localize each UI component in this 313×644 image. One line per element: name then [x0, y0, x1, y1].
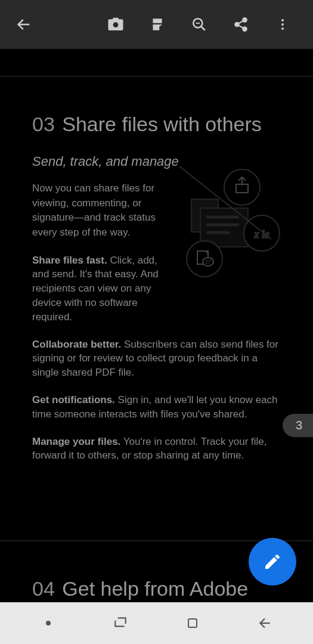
more-button[interactable]	[262, 10, 303, 39]
page-view-icon	[150, 17, 165, 32]
svg-point-10	[235, 23, 239, 27]
dot-icon	[45, 620, 51, 626]
nav-assistant[interactable]	[24, 611, 72, 635]
bullet-bold: Manage your files.	[32, 436, 120, 447]
nav-home[interactable]	[169, 611, 216, 635]
share-icon	[233, 17, 249, 32]
svg-point-30	[203, 258, 213, 266]
section-heading: 04 Get help from Adobe	[32, 577, 281, 600]
edit-fab[interactable]	[249, 538, 296, 586]
share-graphic: x le	[179, 166, 281, 286]
bullet-manage: Manage your files. You're in control. Tr…	[32, 435, 281, 463]
section-number: 03	[32, 113, 55, 135]
section-heading: 03 Share files with others	[32, 113, 281, 136]
top-app-bar	[0, 0, 313, 49]
bullet-bold: Share files fast.	[32, 255, 107, 266]
svg-rect-2	[153, 18, 162, 23]
more-vert-icon	[275, 17, 290, 32]
svg-point-15	[281, 23, 284, 26]
back-arrow-icon	[16, 16, 32, 33]
recents-icon	[113, 615, 128, 631]
camera-button[interactable]	[95, 10, 137, 39]
back-icon	[257, 615, 272, 631]
svg-point-9	[243, 18, 247, 22]
svg-text:x le: x le	[253, 228, 269, 240]
bullet-bold: Get notifications.	[32, 394, 115, 405]
svg-point-16	[281, 27, 284, 30]
bullet-bold: Collaborate better.	[32, 339, 121, 350]
search-button[interactable]	[178, 10, 220, 39]
section-title-text: Get help from Adobe	[62, 577, 248, 600]
svg-rect-3	[153, 24, 159, 30]
svg-line-13	[238, 26, 243, 28]
nav-recents[interactable]	[97, 611, 144, 635]
bullet-collaborate: Collaborate better. Subscribers can also…	[32, 338, 281, 380]
svg-line-12	[238, 21, 243, 23]
share-illustration-icon: x le	[179, 166, 281, 286]
section-number: 04	[32, 577, 55, 600]
section-03: 03 Share files with others Send, track, …	[0, 77, 313, 487]
share-button[interactable]	[220, 10, 262, 39]
svg-point-14	[281, 19, 284, 21]
page-view-button[interactable]	[137, 10, 178, 39]
camera-icon	[107, 16, 125, 33]
back-button[interactable]	[10, 10, 38, 39]
svg-point-33	[46, 621, 51, 626]
pencil-icon	[263, 552, 282, 571]
section-intro: Now you can share files for viewing, com…	[32, 181, 166, 240]
svg-point-11	[243, 27, 247, 31]
svg-rect-34	[188, 619, 197, 627]
home-icon	[185, 616, 200, 630]
system-nav-bar	[0, 602, 313, 644]
nav-back[interactable]	[241, 611, 289, 635]
bullet-notifications: Get notifications. Sign in, and we'll le…	[32, 393, 281, 422]
page-indicator[interactable]: 3	[283, 414, 313, 437]
svg-point-22	[224, 169, 260, 205]
document-content[interactable]: 03 Share files with others Send, track, …	[0, 49, 313, 606]
bullet-share-fast: Share files fast. Click, add, and send. …	[32, 253, 169, 324]
svg-line-7	[201, 26, 205, 30]
section-title-text: Share files with others	[62, 113, 262, 135]
svg-point-1	[113, 22, 119, 27]
search-icon	[191, 17, 207, 32]
